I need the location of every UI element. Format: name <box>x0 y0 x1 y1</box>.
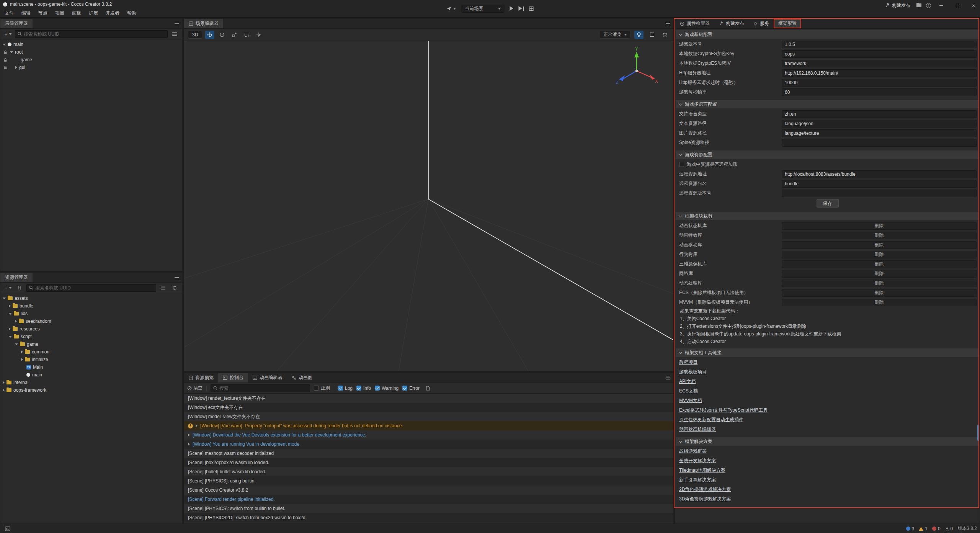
maximize-button[interactable] <box>952 1 963 10</box>
collapse-caret-icon[interactable] <box>21 350 23 353</box>
expand-log-icon[interactable] <box>188 443 190 446</box>
scene-panel-menu-icon[interactable] <box>666 22 670 25</box>
collapse-caret-icon[interactable] <box>15 66 17 69</box>
remote-url-input[interactable]: http://localhost:8083/assets/bundle <box>782 170 977 178</box>
asset-node-oops-framework[interactable]: oops-framework <box>0 386 182 394</box>
menu-panel[interactable]: 面板 <box>68 8 85 18</box>
log-row[interactable]: [Scene] [box2d]:box2d wasm lib loaded. <box>184 458 673 467</box>
update-counter[interactable]: 0 <box>945 526 953 531</box>
solution-link[interactable]: Tiledmap地图解决方案 <box>679 467 725 474</box>
rect-tool-button[interactable] <box>242 31 251 39</box>
section-docs[interactable]: 框架文档工具链接 <box>676 348 979 357</box>
doc-link[interactable]: 教程项目 <box>679 359 697 366</box>
hierarchy-panel-menu-icon[interactable] <box>175 22 179 25</box>
info-counter[interactable]: 3 <box>906 526 915 531</box>
log-row[interactable]: [Window] model_view文件夹不存在 <box>184 412 673 421</box>
assets-sort-icon[interactable] <box>15 284 24 292</box>
collapse-caret-icon[interactable] <box>9 327 11 330</box>
fps-input[interactable]: 60 <box>782 88 977 96</box>
text-res-path-input[interactable]: language/json <box>782 120 977 128</box>
delete-module-button[interactable]: 删除 <box>782 251 977 258</box>
log-row-link[interactable]: [Window] You are running Vue in developm… <box>184 440 673 449</box>
asset-node-game[interactable]: game <box>0 340 182 348</box>
tab-scene-editor[interactable]: 场景编辑器 <box>184 19 223 28</box>
orientation-gizmo[interactable]: Y X Z <box>614 47 660 93</box>
collapse-caret-icon[interactable] <box>3 389 5 392</box>
solution-link[interactable]: 战棋游戏框架 <box>679 448 707 455</box>
move-tool-button[interactable] <box>205 31 214 39</box>
asset-node-resources[interactable]: resources <box>0 325 182 333</box>
expand-caret-icon[interactable] <box>10 51 13 53</box>
delete-module-button[interactable]: 删除 <box>782 241 977 249</box>
tab-animation-graph[interactable]: 动画图 <box>287 373 317 383</box>
expand-caret-icon[interactable] <box>3 298 6 299</box>
language-types-input[interactable]: zh,en <box>782 110 977 118</box>
delete-module-button[interactable]: 删除 <box>782 232 977 239</box>
build-publish-button[interactable]: 构建发布 <box>883 2 912 9</box>
doc-link[interactable]: API文档 <box>679 378 696 385</box>
game-version-input[interactable]: 1.0.5 <box>782 41 977 48</box>
help-icon[interactable]: ? <box>926 3 931 8</box>
grid-toggle-button[interactable] <box>647 31 657 39</box>
compile-button[interactable] <box>529 7 534 11</box>
crypto-iv-input[interactable]: framework <box>782 60 977 67</box>
filter-warning[interactable]: Warning <box>375 386 399 391</box>
section-game-basic[interactable]: 游戏基础配置 <box>676 30 979 39</box>
section-modules[interactable]: 框架模块裁剪 <box>676 212 979 220</box>
render-mode-selector[interactable]: 正常渲染 <box>600 31 630 39</box>
tab-assets[interactable]: 资源管理器 <box>0 273 33 282</box>
asset-node-libs[interactable]: libs <box>0 310 182 317</box>
menu-extension[interactable]: 扩展 <box>85 8 102 18</box>
tab-service[interactable]: 服务 <box>749 19 774 28</box>
asset-node-common[interactable]: common <box>0 348 182 356</box>
section-resource[interactable]: 游戏资源配置 <box>676 150 979 159</box>
tab-animation-editor[interactable]: 动画编辑器 <box>248 373 287 383</box>
error-checkbox[interactable] <box>402 386 407 391</box>
expand-caret-icon[interactable] <box>9 313 12 315</box>
step-button[interactable] <box>519 6 524 11</box>
log-row[interactable]: [Scene] [PHYSICS]: switch from builtin t… <box>184 504 673 513</box>
doc-link[interactable]: 动画状态机编辑器 <box>679 426 716 433</box>
tab-build[interactable]: 构建发布 <box>714 19 749 28</box>
remote-bundle-input[interactable]: bundle <box>782 180 977 188</box>
solution-link[interactable]: 2D角色扮演游戏解决方案 <box>679 486 731 493</box>
delete-module-button[interactable]: 删除 <box>782 222 977 230</box>
log-checkbox[interactable] <box>338 386 343 391</box>
tab-asset-preview[interactable]: 资源预览 <box>184 373 218 383</box>
tab-console[interactable]: 控制台 <box>218 373 248 383</box>
save-button[interactable]: 保存 <box>817 199 839 208</box>
delete-module-button[interactable]: 删除 <box>782 299 977 306</box>
menu-help[interactable]: 帮助 <box>123 8 140 18</box>
asset-node-internal[interactable]: internal <box>0 379 182 386</box>
log-row[interactable]: [Scene] [PHYSICS2D]: switch from box2d-w… <box>184 513 673 522</box>
doc-link[interactable]: Excel格式转Json文件与TypeScript代码工具 <box>679 407 768 414</box>
section-language[interactable]: 游戏多语言配置 <box>676 100 979 108</box>
rotate-tool-button[interactable] <box>217 31 227 39</box>
spine-res-path-input[interactable] <box>782 139 977 147</box>
log-row-warning[interactable]: ! [Window] [Vue warn]: Property "onInput… <box>184 421 673 430</box>
log-row[interactable]: [Scene] [bullet]:bullet wasm lib loaded. <box>184 467 673 476</box>
anchor-tool-button[interactable] <box>254 31 263 39</box>
hierarchy-node-root[interactable]: root <box>0 48 182 56</box>
toggle-console-button[interactable] <box>3 525 12 533</box>
filter-info[interactable]: Info <box>356 386 371 391</box>
scale-tool-button[interactable] <box>230 31 239 39</box>
scene-settings-button[interactable] <box>660 31 670 39</box>
minimize-button[interactable] <box>936 1 947 10</box>
log-row[interactable]: [Scene] [PHYSICS]: using builtin. <box>184 476 673 486</box>
hierarchy-filter-icon[interactable] <box>170 30 179 38</box>
console-search-input[interactable] <box>219 386 307 391</box>
assets-search-input[interactable] <box>35 285 154 291</box>
asset-node-main-scene[interactable]: main <box>0 371 182 379</box>
tab-framework-config[interactable]: 框架配置 <box>774 19 801 28</box>
solution-link[interactable]: 3D角色扮演游戏解决方案 <box>679 496 731 502</box>
lock-icon[interactable] <box>3 50 7 54</box>
assets-refresh-icon[interactable] <box>170 284 179 292</box>
error-counter[interactable]: 0 <box>932 526 941 531</box>
asset-node-assets[interactable]: assets <box>0 294 182 302</box>
collapse-caret-icon[interactable] <box>21 358 23 361</box>
menu-project[interactable]: 项目 <box>51 8 68 18</box>
collapse-caret-icon[interactable] <box>15 320 17 323</box>
solution-link[interactable]: 新手引导解决方案 <box>679 477 716 483</box>
filter-error[interactable]: Error <box>402 386 420 391</box>
